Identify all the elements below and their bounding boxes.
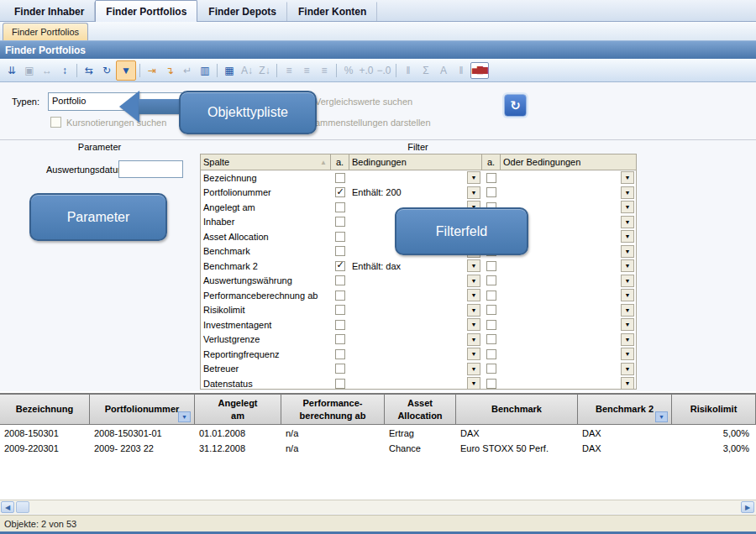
results-column-header[interactable]: Asset Allocation ▼ bbox=[385, 395, 456, 424]
results-row[interactable]: 2009-220301 2009- 2203 22 31.12.2008 n/a… bbox=[0, 441, 756, 456]
filter-row[interactable]: Verlustgrenze ✓ ▼ ✓ ▼ bbox=[201, 332, 636, 348]
finder-tab[interactable]: Finder Depots bbox=[197, 2, 287, 21]
filter-or-checkbox[interactable]: ✓ bbox=[486, 320, 496, 330]
filter-icon[interactable]: ▼ bbox=[116, 60, 136, 81]
refresh-objects-button[interactable]: ↻ bbox=[504, 94, 527, 117]
filter-row[interactable]: Benchmark 2 ✓ Enthält: dax ▼ ✓ ▼ bbox=[201, 259, 636, 274]
export-rows-icon[interactable]: ⇊ bbox=[3, 62, 20, 79]
condition-dropdown-button[interactable]: ▼ bbox=[467, 259, 480, 272]
insert-columns-icon[interactable]: ▦ bbox=[221, 62, 238, 79]
or-condition-dropdown-button[interactable]: ▼ bbox=[621, 186, 634, 199]
results-column-header[interactable]: Benchmark ▼ bbox=[456, 395, 578, 424]
or-condition-dropdown-button[interactable]: ▼ bbox=[621, 318, 634, 331]
condition-dropdown-button[interactable]: ▼ bbox=[467, 333, 480, 346]
filter-row[interactable]: Auswertungswährung ✓ ▼ ✓ ▼ bbox=[201, 274, 636, 289]
or-condition-dropdown-button[interactable]: ▼ bbox=[621, 259, 634, 272]
scroll-left-button[interactable]: ◀ bbox=[1, 501, 14, 513]
filter-row[interactable]: Betreuer ✓ ▼ ✓ ▼ bbox=[201, 362, 636, 377]
results-column-header[interactable]: Risikolimit ▼ bbox=[672, 395, 756, 424]
results-row[interactable]: 2008-150301 2008-150301-01 01.01.2008 n/… bbox=[0, 426, 756, 441]
condition-dropdown-button[interactable]: ▼ bbox=[467, 318, 480, 331]
filter-header-aktiv-oder[interactable]: a. bbox=[482, 154, 501, 170]
filter-row[interactable]: Portfolionummer ✓ Enthält: 200 ▼ ✓ ▼ bbox=[201, 186, 636, 201]
row-settings-icon[interactable]: ‖ bbox=[400, 62, 417, 79]
filter-header-aktiv[interactable]: a. bbox=[331, 154, 349, 170]
values-columns-icon[interactable]: ▥ bbox=[197, 62, 213, 79]
condition-dropdown-button[interactable]: ▼ bbox=[467, 171, 480, 184]
filter-active-checkbox[interactable]: ✓ bbox=[335, 187, 345, 197]
filter-row[interactable]: Investmentagent ✓ ▼ ✓ ▼ bbox=[201, 317, 636, 332]
line-down-icon[interactable]: ↴ bbox=[161, 62, 178, 79]
or-condition-dropdown-button[interactable]: ▼ bbox=[621, 377, 634, 390]
indent-right-icon[interactable]: ⇥ bbox=[144, 62, 160, 79]
or-condition-dropdown-button[interactable]: ▼ bbox=[621, 201, 634, 213]
results-column-header[interactable]: Benchmark 2 ▼ bbox=[578, 395, 672, 424]
filter-row[interactable]: Reportingfrequenz ✓ ▼ ✓ ▼ bbox=[201, 347, 636, 362]
or-condition-dropdown-button[interactable]: ▼ bbox=[621, 304, 634, 317]
results-column-header[interactable]: Performance- berechnung ab ▼ bbox=[281, 395, 385, 424]
filter-active-checkbox[interactable]: ✓ bbox=[335, 232, 345, 242]
align-left-icon[interactable]: ≡ bbox=[281, 62, 297, 79]
filter-active-checkbox[interactable]: ✓ bbox=[335, 275, 345, 285]
align-center-icon[interactable]: ≡ bbox=[298, 62, 315, 79]
horizontal-scrollbar[interactable]: ◀ ▶ bbox=[0, 500, 756, 514]
sort-asc-icon[interactable]: A↓ bbox=[239, 62, 255, 79]
filter-active-checkbox[interactable]: ✓ bbox=[335, 202, 345, 212]
or-condition-dropdown-button[interactable]: ▼ bbox=[621, 171, 634, 184]
chart-icon[interactable]: ▅▇▆ bbox=[470, 62, 489, 79]
kursnotierungen-checkbox[interactable] bbox=[50, 117, 61, 128]
filter-active-checkbox[interactable]: ✓ bbox=[335, 246, 345, 256]
filter-or-checkbox[interactable]: ✓ bbox=[486, 349, 496, 359]
results-column-header[interactable]: Angelegt am ▼ bbox=[195, 395, 281, 424]
filter-row[interactable]: Performanceberechnung ab ✓ ▼ ✓ ▼ bbox=[201, 288, 636, 303]
results-column-header[interactable]: Bezeichnung ▼ bbox=[0, 395, 90, 424]
filter-active-checkbox[interactable]: ✓ bbox=[335, 349, 345, 359]
subtab-finder-portfolios[interactable]: Finder Portfolios bbox=[3, 23, 88, 40]
condition-dropdown-button[interactable]: ▼ bbox=[467, 363, 480, 375]
or-condition-dropdown-button[interactable]: ▼ bbox=[621, 230, 634, 243]
column-settings-icon[interactable]: ‖ bbox=[453, 62, 470, 79]
condition-dropdown-button[interactable]: ▼ bbox=[467, 186, 480, 199]
filter-or-checkbox[interactable]: ✓ bbox=[486, 275, 496, 285]
filter-or-checkbox[interactable]: ✓ bbox=[486, 173, 496, 183]
filter-or-checkbox[interactable]: ✓ bbox=[486, 187, 496, 197]
scroll-right-button[interactable]: ▶ bbox=[741, 501, 754, 513]
filter-active-checkbox[interactable]: ✓ bbox=[335, 173, 345, 183]
condition-dropdown-button[interactable]: ▼ bbox=[467, 304, 480, 317]
fit-height-icon[interactable]: ↕ bbox=[56, 62, 73, 79]
or-condition-dropdown-button[interactable]: ▼ bbox=[621, 289, 634, 301]
filter-or-checkbox[interactable]: ✓ bbox=[486, 334, 496, 344]
filter-active-checkbox[interactable]: ✓ bbox=[335, 364, 345, 374]
condition-dropdown-button[interactable]: ▼ bbox=[467, 348, 480, 360]
or-condition-dropdown-button[interactable]: ▼ bbox=[621, 216, 634, 228]
condition-dropdown-button[interactable]: ▼ bbox=[467, 377, 480, 390]
filter-header-oder-bedingungen[interactable]: Oder Bedingungen bbox=[501, 154, 636, 170]
results-column-header[interactable]: Portfolionummer ▼ bbox=[90, 395, 195, 424]
select-region-icon[interactable]: ▣ bbox=[21, 62, 38, 79]
decrease-decimal-icon[interactable]: −.0 bbox=[375, 62, 392, 79]
align-right-icon[interactable]: ≡ bbox=[316, 62, 333, 79]
column-filter-icon[interactable]: ▼ bbox=[178, 411, 191, 422]
condition-dropdown-button[interactable]: ▼ bbox=[467, 275, 480, 287]
refresh-icon[interactable]: ↻ bbox=[98, 62, 115, 79]
filter-row[interactable]: Datenstatus ✓ ▼ ✓ ▼ bbox=[201, 376, 636, 391]
font-icon[interactable]: A bbox=[435, 62, 452, 79]
filter-or-checkbox[interactable]: ✓ bbox=[486, 261, 496, 271]
increase-decimal-icon[interactable]: +.0 bbox=[358, 62, 375, 79]
filter-row[interactable]: Risikolimit ✓ ▼ ✓ ▼ bbox=[201, 303, 636, 318]
or-condition-dropdown-button[interactable]: ▼ bbox=[621, 363, 634, 375]
column-filter-icon[interactable]: ▼ bbox=[655, 411, 668, 422]
filter-or-checkbox[interactable]: ✓ bbox=[486, 379, 496, 389]
filter-or-checkbox[interactable]: ✓ bbox=[486, 305, 496, 315]
filter-header-bedingungen[interactable]: Bedingungen bbox=[349, 154, 482, 170]
column-width-icon[interactable]: ⇆ bbox=[81, 62, 97, 79]
or-condition-dropdown-button[interactable]: ▼ bbox=[621, 245, 634, 258]
scrollbar-thumb[interactable] bbox=[16, 501, 29, 513]
filter-or-checkbox[interactable]: ✓ bbox=[486, 364, 496, 374]
filter-active-checkbox[interactable]: ✓ bbox=[335, 217, 345, 227]
or-condition-dropdown-button[interactable]: ▼ bbox=[621, 348, 634, 360]
filter-active-checkbox[interactable]: ✓ bbox=[335, 261, 345, 271]
filter-header-spalte[interactable]: Spalte ▲ bbox=[201, 154, 331, 170]
filter-or-checkbox[interactable]: ✓ bbox=[486, 291, 496, 301]
filter-active-checkbox[interactable]: ✓ bbox=[335, 291, 345, 301]
